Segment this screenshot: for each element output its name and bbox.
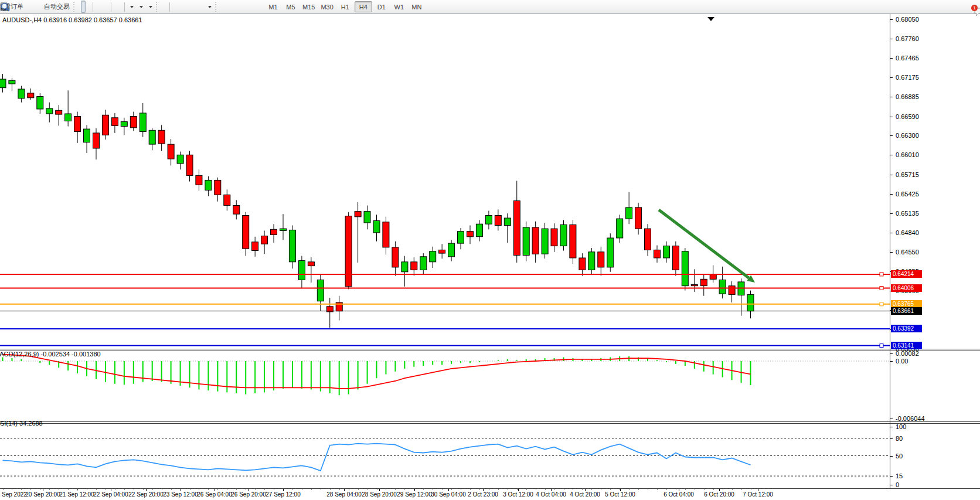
crosshair-button[interactable] — [164, 1, 167, 12]
fibonacci-tool[interactable]: F — [191, 1, 195, 12]
line-handle[interactable] — [880, 287, 883, 290]
timeframe-button-MN[interactable]: MN — [409, 2, 425, 12]
candle — [261, 236, 268, 244]
rsi-tick-mark — [890, 438, 893, 439]
new-chart-dropdown[interactable] — [127, 1, 135, 12]
cursor-button[interactable] — [159, 1, 162, 12]
candle — [298, 261, 305, 280]
line-chart-button[interactable] — [87, 1, 90, 12]
line-handle[interactable] — [880, 273, 883, 276]
search-icon[interactable] — [0, 2, 11, 12]
tile-windows-button[interactable] — [105, 1, 108, 12]
rsi-tick-label: 50 — [896, 453, 903, 460]
time-minor-tick — [676, 489, 676, 490]
candle — [0, 79, 6, 88]
toolbar-grip[interactable] — [73, 2, 74, 12]
toolbar-separator — [124, 2, 125, 12]
candle — [710, 274, 716, 279]
candlestick-chart-button[interactable] — [81, 1, 86, 13]
time-minor-tick — [601, 489, 601, 490]
line-handle[interactable] — [880, 302, 883, 306]
toolbar-grip[interactable] — [215, 2, 216, 12]
time-minor-tick — [741, 489, 742, 490]
trendline-tool[interactable] — [182, 1, 185, 12]
time-label: 4 Oct 20:00 — [570, 491, 600, 498]
time-minor-tick — [404, 489, 405, 490]
candle — [139, 113, 146, 132]
candle — [111, 118, 118, 126]
time-minor-tick — [666, 489, 667, 490]
time-minor-tick — [732, 489, 733, 490]
signals-button[interactable] — [36, 1, 39, 12]
line-handle[interactable] — [880, 344, 883, 348]
time-minor-tick — [479, 489, 480, 490]
timeframe-button-W1[interactable]: W1 — [391, 2, 407, 12]
timeframe-button-H1[interactable]: H1 — [337, 2, 353, 12]
autotrading-button[interactable]: 自动交易 — [40, 1, 72, 12]
equidistant-channel-tool[interactable]: E — [186, 1, 190, 12]
time-axis[interactable]: Sep 202220 Sep 20:0021 Sep 12:0022 Sep 0… — [0, 489, 980, 500]
chart-end-marker[interactable] — [707, 17, 714, 21]
time-label: 2 Oct 23:00 — [468, 491, 498, 498]
time-label: 26 Sep 20:00 — [231, 491, 266, 498]
zoom-in-button[interactable] — [96, 1, 99, 12]
horizontal-line-tool[interactable] — [177, 1, 181, 12]
timeframe-button-H4[interactable]: H4 — [355, 1, 372, 12]
timeframe-button-D1[interactable]: D1 — [373, 2, 390, 12]
price-tick-label: 0.64550 — [896, 249, 919, 256]
text-label-tool[interactable]: T — [200, 1, 204, 12]
timeframe-button-M30[interactable]: M30 — [318, 2, 335, 12]
rsi-axis[interactable]: 1008050150 — [890, 424, 980, 488]
price-axis[interactable]: 0.680500.677600.674650.671750.668850.665… — [890, 14, 980, 349]
price-level-label: 0.63661 — [891, 307, 922, 315]
template-dropdown[interactable] — [146, 1, 154, 12]
timeframe-button-M1[interactable]: M1 — [265, 2, 281, 12]
gold-button[interactable] — [26, 1, 30, 12]
candle — [233, 206, 240, 215]
text-tool[interactable]: A — [196, 1, 199, 12]
time-label: 6 Oct 20:00 — [704, 491, 734, 498]
chart-title: AUDUSD-,H4 0.63916 0.63982 0.63657 0.636… — [2, 16, 142, 23]
time-minor-tick — [695, 489, 695, 490]
auto-scroll-button[interactable] — [114, 1, 117, 12]
candle — [317, 280, 324, 301]
candle — [458, 232, 464, 243]
candle — [513, 201, 520, 256]
macd-pane[interactable] — [0, 351, 890, 421]
time-label: 28 Sep 04:00 — [326, 491, 362, 498]
period-dropdown[interactable] — [137, 1, 145, 12]
rsi-pane[interactable] — [0, 424, 890, 488]
time-minor-tick — [302, 489, 302, 490]
time-minor-tick — [685, 489, 686, 490]
time-minor-tick — [470, 489, 471, 490]
time-minor-tick — [30, 489, 31, 490]
main-chart[interactable] — [0, 14, 890, 349]
arrows-dropdown[interactable] — [205, 1, 213, 12]
timeframe-button-M15[interactable]: M15 — [300, 2, 317, 12]
candle — [186, 155, 193, 175]
macd-axis[interactable]: 0.000820.00-0.006044 — [890, 351, 980, 421]
time-minor-tick — [274, 489, 274, 490]
time-minor-tick — [190, 489, 190, 490]
toolbar-grip[interactable] — [156, 2, 157, 12]
chart-shift-button[interactable] — [118, 1, 122, 12]
candle — [588, 252, 595, 270]
timeframe-button-M5[interactable]: M5 — [283, 2, 299, 12]
price-tick-label: 0.67175 — [896, 74, 919, 81]
macd-tick-label: -0.006044 — [896, 415, 925, 422]
candle — [598, 252, 604, 267]
vertical-line-tool[interactable] — [172, 1, 176, 12]
candle — [345, 216, 352, 287]
zoom-out-button[interactable] — [100, 1, 104, 12]
price-tick-mark — [890, 19, 893, 20]
candle — [729, 286, 735, 295]
candle — [158, 130, 165, 144]
candle — [65, 114, 72, 121]
bar-chart-button[interactable] — [76, 1, 80, 12]
time-minor-tick — [12, 489, 12, 490]
time-minor-tick — [236, 489, 237, 490]
time-minor-tick — [629, 489, 629, 490]
candle — [177, 155, 183, 164]
chart-window-button[interactable] — [31, 1, 35, 12]
time-minor-tick — [442, 489, 443, 490]
